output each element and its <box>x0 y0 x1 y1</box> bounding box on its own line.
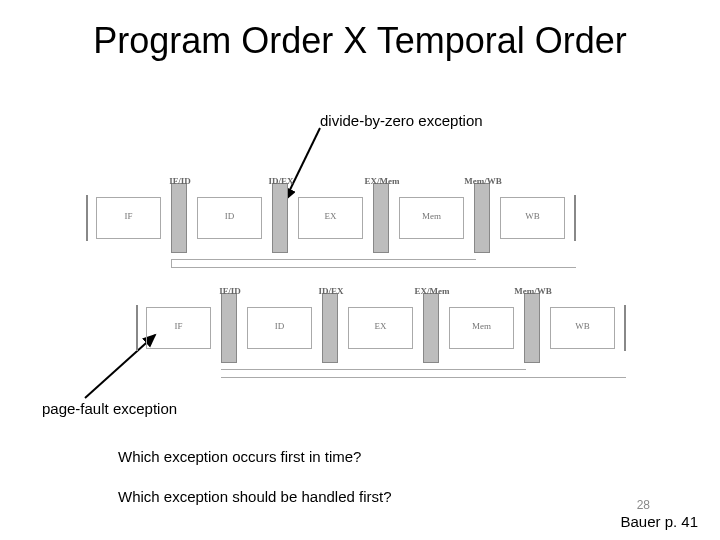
reference: Bauer p. 41 <box>620 513 698 530</box>
stage-if: IF <box>97 211 160 221</box>
label-page-fault: page-fault exception <box>42 400 177 417</box>
stage-wb-2: WB <box>551 321 614 331</box>
label-divide-by-zero: divide-by-zero exception <box>320 112 483 129</box>
reg-exmem-2: EX/Mem <box>404 286 460 296</box>
stage-ex: EX <box>299 211 362 221</box>
reg-ifid: IF/ID <box>152 176 208 186</box>
question-1: Which exception occurs first in time? <box>118 448 361 465</box>
page-number: 28 <box>637 498 650 512</box>
reg-memwb-2: Mem/WB <box>505 286 561 296</box>
stage-if-2: IF <box>147 321 210 331</box>
reg-idex: ID/EX <box>253 176 309 186</box>
pipeline-diagram-1: IF IF/ID ID ID/EX EX EX/Mem Mem Mem/WB W… <box>86 175 646 285</box>
stage-mem: Mem <box>400 211 463 221</box>
pipeline-diagram-2: IF IF/ID ID ID/EX EX EX/Mem Mem Mem/WB W… <box>86 285 646 395</box>
reg-idex-2: ID/EX <box>303 286 359 296</box>
reg-ifid-2: IF/ID <box>202 286 258 296</box>
stage-mem-2: Mem <box>450 321 513 331</box>
slide-title: Program Order X Temporal Order <box>0 20 720 62</box>
stage-id-2: ID <box>248 321 311 331</box>
reg-exmem: EX/Mem <box>354 176 410 186</box>
stage-ex-2: EX <box>349 321 412 331</box>
reg-memwb: Mem/WB <box>455 176 511 186</box>
question-2: Which exception should be handled first? <box>118 488 392 505</box>
stage-wb: WB <box>501 211 564 221</box>
stage-id: ID <box>198 211 261 221</box>
